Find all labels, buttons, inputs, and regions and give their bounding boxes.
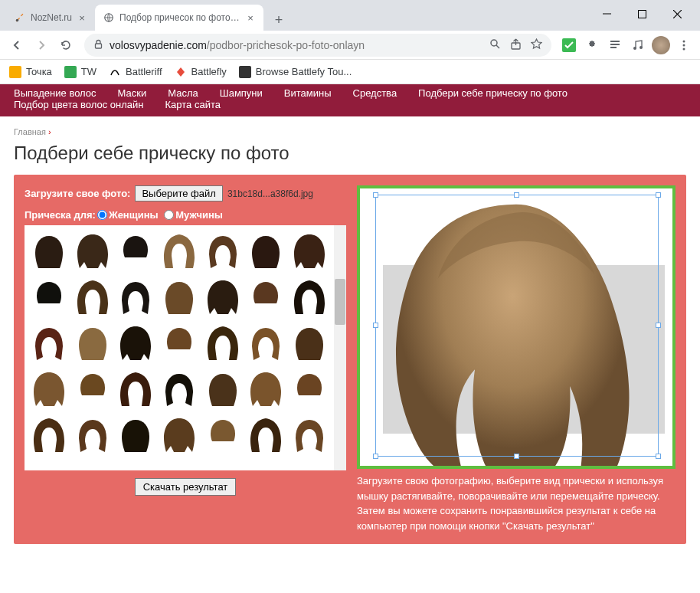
- preview-canvas[interactable]: [357, 185, 675, 469]
- hairstyle-thumbnail[interactable]: [116, 276, 156, 319]
- menu-icon[interactable]: [674, 35, 694, 55]
- star-icon[interactable]: [531, 38, 542, 52]
- download-button[interactable]: Скачать результат: [135, 478, 237, 496]
- bookmark-item[interactable]: Battlefly: [175, 66, 227, 78]
- svg-rect-16: [9, 66, 21, 78]
- hairstyle-thumbnail[interactable]: [202, 230, 243, 273]
- nav-link[interactable]: Масла: [168, 87, 198, 99]
- tab-inactive[interactable]: NozNet.ru ×: [6, 5, 95, 31]
- wrench-icon: [14, 11, 26, 24]
- hairstyle-thumbnail[interactable]: [73, 414, 113, 457]
- hairstyle-thumbnail[interactable]: [246, 414, 286, 457]
- hairstyle-thumbnail[interactable]: [29, 230, 70, 273]
- hairstyle-thumbnail[interactable]: [159, 276, 200, 319]
- svg-rect-17: [64, 66, 77, 78]
- hairstyle-thumbnail[interactable]: [159, 414, 200, 457]
- hairstyle-thumbnail[interactable]: [202, 414, 243, 457]
- site-navigation: Выпадение волос Маски Масла Шампуни Вита…: [0, 84, 700, 116]
- nav-link[interactable]: Подбери себе прическу по фото: [418, 87, 568, 99]
- nav-link[interactable]: Подбор цвета волос онлайн: [14, 99, 144, 110]
- hairstyle-gallery: [25, 225, 346, 470]
- close-icon[interactable]: ×: [77, 12, 87, 23]
- gender-women-radio[interactable]: [97, 210, 107, 220]
- close-icon[interactable]: ×: [245, 12, 256, 23]
- hairstyle-thumbnail[interactable]: [116, 322, 156, 365]
- hairstyle-thumbnail[interactable]: [246, 368, 286, 411]
- hairstyle-thumbnail[interactable]: [246, 276, 286, 319]
- tab-title: Подбор причесок по фото онла: [119, 12, 240, 23]
- hairstyle-thumbnail[interactable]: [159, 230, 200, 273]
- nav-link[interactable]: Карта сайта: [165, 99, 221, 110]
- minimize-button[interactable]: [596, 3, 617, 25]
- svg-rect-3: [638, 10, 646, 18]
- hairstyle-thumbnail[interactable]: [73, 276, 113, 319]
- close-window-button[interactable]: [666, 3, 688, 25]
- hairstyle-thumbnail[interactable]: [202, 276, 243, 319]
- new-tab-button[interactable]: +: [268, 9, 289, 31]
- selection-box[interactable]: [375, 195, 659, 457]
- url-domain: volosvypadenie.com: [110, 39, 207, 51]
- hairstyle-editor: Загрузите свое фото: Выберите файл 31bc1…: [14, 175, 686, 544]
- extension-puzzle-icon[interactable]: [582, 35, 602, 55]
- hairstyle-thumbnail[interactable]: [159, 368, 200, 411]
- svg-point-11: [633, 47, 636, 50]
- lock-icon: [93, 39, 103, 51]
- svg-point-13: [683, 40, 685, 42]
- hairstyle-thumbnail[interactable]: [246, 230, 286, 273]
- bookmark-item[interactable]: TW: [64, 66, 96, 78]
- profile-avatar[interactable]: [651, 35, 671, 55]
- share-icon[interactable]: [510, 38, 522, 52]
- bookmark-item[interactable]: Точка: [9, 66, 52, 78]
- hairstyle-thumbnail[interactable]: [29, 322, 70, 365]
- nav-link[interactable]: Маски: [118, 87, 147, 99]
- maximize-button[interactable]: [631, 3, 653, 25]
- upload-row: Загрузите свое фото: Выберите файл 31bc1…: [25, 185, 346, 201]
- forward-button[interactable]: [31, 34, 52, 56]
- scrollbar[interactable]: [334, 225, 346, 470]
- hairstyle-thumbnail[interactable]: [29, 414, 70, 457]
- bookmark-item[interactable]: Browse Battlefy Tou...: [239, 66, 352, 78]
- choose-file-button[interactable]: Выберите файл: [135, 185, 222, 201]
- hairstyle-thumbnail[interactable]: [73, 322, 113, 365]
- hairstyle-thumbnail[interactable]: [289, 414, 329, 457]
- breadcrumb-home[interactable]: Главная: [14, 127, 46, 136]
- scrollbar-thumb[interactable]: [335, 279, 345, 325]
- hairstyle-thumbnail[interactable]: [289, 276, 329, 319]
- hairstyle-thumbnail[interactable]: [159, 322, 200, 365]
- page-content: Выпадение волос Маски Масла Шампуни Вита…: [0, 84, 700, 593]
- address-bar[interactable]: volosvypadenie.com/podbor-prichesok-po-f…: [84, 34, 551, 57]
- nav-link[interactable]: Шампуни: [220, 87, 263, 99]
- hairstyle-thumbnail[interactable]: [29, 368, 70, 411]
- hairstyle-thumbnail[interactable]: [202, 368, 243, 411]
- tab-active[interactable]: Подбор причесок по фото онла ×: [95, 5, 263, 31]
- window-controls: [596, 3, 694, 31]
- svg-point-0: [16, 19, 19, 22]
- nav-link[interactable]: Выпадение волос: [14, 87, 96, 99]
- bookmark-item[interactable]: Battleriff: [109, 66, 162, 78]
- back-button[interactable]: [6, 34, 28, 56]
- hairstyle-thumbnail[interactable]: [116, 230, 156, 273]
- hairstyle-thumbnail[interactable]: [29, 276, 70, 319]
- nav-link[interactable]: Витамины: [284, 87, 332, 99]
- hairstyle-thumbnail[interactable]: [246, 322, 286, 365]
- hairstyle-thumbnail[interactable]: [116, 414, 156, 457]
- hairstyle-thumbnail[interactable]: [289, 322, 329, 365]
- hairstyle-thumbnail[interactable]: [202, 322, 243, 365]
- gender-men-radio[interactable]: [164, 210, 174, 220]
- svg-point-12: [639, 46, 643, 49]
- svg-point-14: [683, 44, 685, 46]
- reading-list-icon[interactable]: [605, 35, 625, 55]
- music-icon[interactable]: [628, 35, 648, 55]
- reload-button[interactable]: [55, 34, 77, 56]
- search-icon[interactable]: [489, 38, 501, 52]
- svg-line-8: [496, 45, 499, 48]
- browser-toolbar: volosvypadenie.com/podbor-prichesok-po-f…: [0, 31, 700, 60]
- extension-check-icon[interactable]: [559, 35, 579, 55]
- hairstyle-thumbnail[interactable]: [73, 230, 113, 273]
- svg-rect-6: [96, 44, 102, 48]
- hairstyle-thumbnail[interactable]: [289, 230, 329, 273]
- hairstyle-thumbnail[interactable]: [289, 368, 329, 411]
- hairstyle-thumbnail[interactable]: [73, 368, 113, 411]
- hairstyle-thumbnail[interactable]: [116, 368, 156, 411]
- nav-link[interactable]: Средства: [353, 87, 397, 99]
